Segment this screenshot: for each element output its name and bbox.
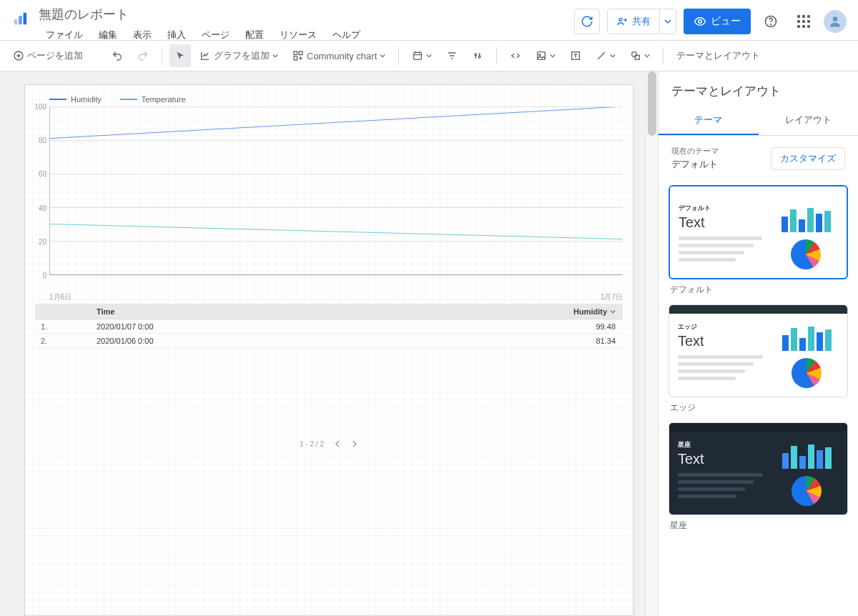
menu-bar: ファイル編集表示挿入ページ配置リソースヘルプ	[39, 26, 574, 44]
theme-name-0: デフォルト	[670, 284, 847, 296]
customize-button[interactable]: カスタマイズ	[771, 147, 845, 170]
svg-point-16	[539, 54, 541, 56]
undo-button[interactable]	[106, 44, 129, 67]
theme-layout-label[interactable]: テーマとレイアウト	[676, 49, 760, 62]
community-chart-button[interactable]: Community chart	[287, 44, 391, 67]
theme-card-0[interactable]: デフォルトText	[669, 185, 848, 279]
date-range-button[interactable]	[406, 44, 438, 67]
svg-rect-12	[414, 52, 422, 59]
col-value[interactable]: Humidity	[558, 307, 623, 316]
y-tick: 20	[39, 237, 46, 245]
chart-plot: 020406080100 1月6日 1月7日	[49, 106, 623, 292]
community-chart-label: Community chart	[307, 51, 377, 61]
svg-point-6	[771, 24, 771, 25]
menu-1[interactable]: 編集	[92, 26, 124, 44]
theme-card-2[interactable]: 星座Text	[669, 422, 848, 515]
canvas-area[interactable]: HumidityTemperature 020406080100 1月6日 1月…	[0, 71, 658, 616]
apps-button[interactable]	[791, 9, 817, 34]
y-tick: 0	[42, 272, 46, 279]
menu-6[interactable]: リソース	[272, 26, 324, 44]
sort-desc-icon	[610, 309, 616, 314]
panel-title: テーマとレイアウト	[659, 71, 858, 106]
line-button[interactable]	[590, 44, 621, 67]
tab-layout[interactable]: レイアウト	[759, 106, 859, 135]
current-theme-value: デフォルト	[671, 158, 719, 171]
theme-name-1: エッジ	[670, 402, 847, 414]
panel-tabs: テーマ レイアウト	[659, 106, 858, 136]
svg-point-3	[619, 18, 622, 21]
shape-button[interactable]	[624, 44, 656, 67]
svg-rect-1	[19, 16, 22, 24]
svg-rect-11	[294, 56, 297, 60]
table-row[interactable]: 1.2020/01/07 0:0099.48	[35, 319, 623, 334]
svg-rect-0	[14, 19, 18, 24]
pager-prev-icon[interactable]	[334, 440, 341, 447]
svg-rect-10	[299, 51, 302, 55]
y-tick: 100	[34, 103, 46, 111]
menu-3[interactable]: 挿入	[160, 26, 193, 44]
view-label: ビュー	[711, 15, 741, 28]
table-header: Time Humidity	[35, 304, 623, 319]
current-theme-label: 現在のテーマ	[671, 146, 719, 157]
table-pager: 1 - 2 / 2	[25, 434, 633, 454]
y-tick: 40	[39, 204, 46, 212]
data-control-button[interactable]	[466, 44, 489, 67]
col-time[interactable]: Time	[97, 307, 558, 316]
x-tick-0: 1月6日	[49, 292, 72, 302]
scrollbar-thumb[interactable]	[648, 71, 656, 136]
tab-theme[interactable]: テーマ	[659, 106, 759, 135]
svg-point-18	[632, 52, 637, 57]
help-button[interactable]	[758, 9, 784, 34]
side-panel: テーマとレイアウト テーマ レイアウト 現在のテーマ デフォルト カスタマイズ …	[658, 71, 858, 616]
app-logo	[10, 9, 30, 29]
svg-point-7	[833, 16, 838, 21]
menu-7[interactable]: ヘルプ	[325, 26, 368, 44]
y-tick: 80	[39, 136, 46, 144]
add-chart-button[interactable]: グラフを追加	[194, 44, 284, 67]
select-tool-button[interactable]	[169, 44, 191, 67]
theme-name-2: 星座	[670, 520, 847, 532]
svg-point-13	[475, 54, 477, 56]
share-dropdown-icon[interactable]	[660, 18, 676, 25]
data-table[interactable]: Time Humidity 1.2020/01/07 0:0099.482.20…	[35, 304, 623, 348]
url-embed-button[interactable]	[504, 44, 527, 67]
y-axis: 020406080100	[28, 106, 49, 275]
legend-item-0: Humidity	[49, 95, 102, 104]
menu-4[interactable]: ページ	[194, 26, 237, 44]
menu-2[interactable]: 表示	[126, 26, 159, 44]
text-button[interactable]	[564, 44, 587, 67]
pager-text: 1 - 2 / 2	[300, 440, 324, 448]
app-header: 無題のレポート ファイル編集表示挿入ページ配置リソースヘルプ 共有 ビュー	[0, 0, 858, 40]
svg-rect-9	[294, 51, 297, 55]
legend-item-1: Temperature	[120, 95, 186, 104]
svg-point-14	[479, 56, 481, 58]
svg-rect-2	[24, 13, 27, 25]
svg-point-4	[699, 20, 702, 24]
chart-grid	[49, 106, 623, 275]
refresh-button[interactable]	[574, 9, 600, 34]
add-chart-label: グラフを追加	[214, 49, 270, 62]
image-button[interactable]	[530, 44, 561, 67]
share-button[interactable]: 共有	[607, 9, 676, 34]
line-chart[interactable]: HumidityTemperature 020406080100 1月6日 1月…	[25, 85, 633, 295]
add-page-label: ページを追加	[27, 49, 83, 62]
x-tick-1: 1月7日	[601, 292, 623, 302]
menu-5[interactable]: 配置	[238, 26, 271, 44]
chart-legend: HumidityTemperature	[35, 95, 623, 104]
add-page-button[interactable]: ページを追加	[7, 44, 89, 67]
svg-rect-15	[538, 52, 546, 60]
document-title[interactable]: 無題のレポート	[39, 6, 574, 23]
redo-button[interactable]	[132, 44, 154, 67]
toolbar: ページを追加 グラフを追加 Community chart テーマとレイアウト	[0, 40, 858, 71]
theme-card-1[interactable]: エッジText	[669, 304, 848, 397]
account-avatar[interactable]	[824, 10, 847, 33]
y-tick: 60	[39, 170, 46, 178]
pager-next-icon[interactable]	[351, 440, 358, 447]
report-page[interactable]: HumidityTemperature 020406080100 1月6日 1月…	[24, 84, 633, 616]
menu-0[interactable]: ファイル	[39, 26, 90, 44]
apps-icon	[797, 15, 810, 28]
table-row[interactable]: 2.2020/01/06 0:0081.34	[35, 334, 623, 348]
filter-button[interactable]	[440, 44, 463, 67]
share-label: 共有	[632, 15, 651, 28]
view-button[interactable]: ビュー	[684, 9, 751, 34]
